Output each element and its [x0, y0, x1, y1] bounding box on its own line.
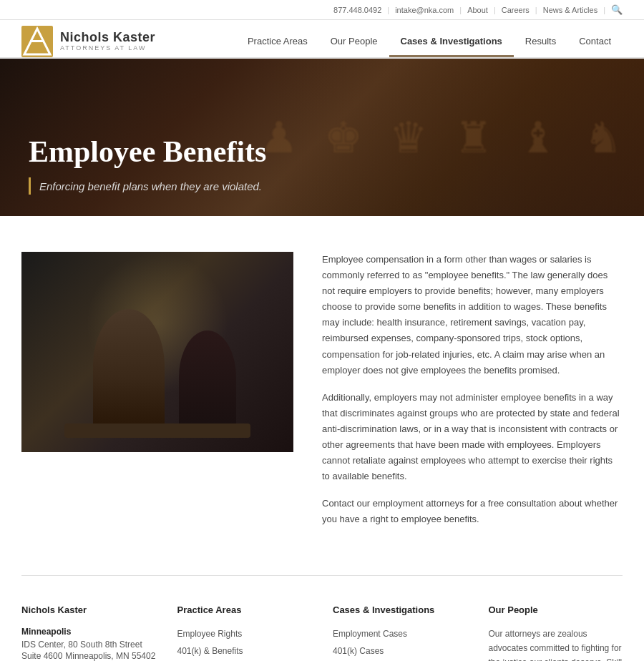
phone-number[interactable]: 877.448.0492: [333, 6, 381, 14]
nav-our-people[interactable]: Our People: [319, 26, 389, 57]
footer-col-practice: Practice Areas Employee Rights 401(k) & …: [177, 604, 312, 662]
divider: |: [387, 6, 389, 14]
hero-figures: [258, 59, 644, 216]
svg-rect-2: [30, 40, 44, 42]
image-inner: [21, 252, 293, 452]
footer-401k-cases[interactable]: 401(k) Cases: [333, 644, 467, 658]
main-header: Nichols Kaster ATTORNEYS AT LAW Practice…: [0, 20, 644, 59]
logo-area: Nichols Kaster ATTORNEYS AT LAW: [21, 26, 155, 57]
footer-401k-benefits[interactable]: 401(k) & Benefits: [177, 644, 312, 658]
divider: |: [459, 6, 462, 14]
footer-people-title: Our People: [489, 604, 623, 615]
hero-section: Employee Benefits Enforcing benefit plan…: [0, 59, 644, 216]
footer-company-title: Nichols Kaster: [21, 604, 156, 615]
paragraph-3: Contact our employment attorneys for a f…: [322, 496, 623, 527]
email-link[interactable]: intake@nka.com: [395, 6, 454, 14]
footer-address-minneapolis: Minneapolis IDS Center, 80 South 8th Str…: [21, 627, 156, 661]
footer-employment-cases[interactable]: Employment Cases: [333, 627, 467, 641]
main-nav: Practice Areas Our People Cases & Invest…: [236, 26, 623, 57]
main-content: Employee compensation in a form other th…: [0, 216, 644, 575]
divider: |: [603, 6, 605, 14]
hero-content: Employee Benefits Enforcing benefit plan…: [29, 134, 266, 195]
footer-addr-line1: IDS Center, 80 South 8th Street: [21, 640, 142, 650]
paragraph-2: Additionally, employers may not administ…: [322, 390, 623, 485]
desk: [64, 423, 250, 438]
nav-results[interactable]: Results: [514, 26, 567, 57]
footer-practice-title: Practice Areas: [177, 604, 312, 615]
footer-col-cases: Cases & Investigations Employment Cases …: [333, 604, 467, 662]
nav-cases-investigations[interactable]: Cases & Investigations: [389, 26, 514, 57]
person-right-silhouette: [179, 330, 236, 423]
footer-addr-line3: Minneapolis, MN 55402: [65, 651, 155, 661]
footer-employee-rights[interactable]: Employee Rights: [177, 627, 312, 641]
paragraph-1: Employee compensation in a form other th…: [322, 252, 623, 378]
logo-text-block: Nichols Kaster ATTORNEYS AT LAW: [60, 31, 155, 52]
content-text-block: Employee compensation in a form other th…: [322, 252, 623, 539]
footer: Nichols Kaster Minneapolis IDS Center, 8…: [0, 576, 644, 662]
hero-accent-bar: [29, 177, 31, 195]
footer-city-minneapolis: Minneapolis: [21, 627, 156, 637]
logo-tagline: ATTORNEYS AT LAW: [60, 45, 155, 52]
footer-practice-links: Employee Rights 401(k) & Benefits Consum…: [177, 627, 312, 662]
hero-subtitle: Enforcing benefit plans when they are vi…: [39, 180, 262, 192]
search-icon[interactable]: 🔍: [611, 4, 623, 15]
top-bar: 877.448.0492 | intake@nka.com | About | …: [0, 0, 644, 20]
footer-cases-links: Employment Cases 401(k) Cases Consumer C…: [333, 627, 467, 662]
divider: |: [535, 6, 537, 14]
person-left-silhouette: [93, 309, 165, 423]
footer-col-people: Our People Our attorneys are zealous adv…: [489, 604, 623, 662]
footer-cases-title: Cases & Investigations: [333, 604, 467, 615]
hero-subtitle-bar: Enforcing benefit plans when they are vi…: [29, 177, 266, 195]
footer-addr-line2: Suite 4600: [21, 651, 62, 661]
about-link[interactable]: About: [467, 6, 488, 14]
logo-name: Nichols Kaster: [60, 31, 155, 45]
nav-contact[interactable]: Contact: [567, 26, 623, 57]
logo-graphic: [21, 26, 53, 57]
divider: |: [494, 6, 496, 14]
footer-people-text: Our attorneys are zealous advocates comm…: [489, 627, 623, 662]
footer-col-company: Nichols Kaster Minneapolis IDS Center, 8…: [21, 604, 156, 662]
hero-title: Employee Benefits: [29, 134, 266, 169]
content-image: [21, 252, 293, 452]
careers-link[interactable]: Careers: [502, 6, 530, 14]
nav-practice-areas[interactable]: Practice Areas: [236, 26, 319, 57]
news-link[interactable]: News & Articles: [543, 6, 597, 14]
